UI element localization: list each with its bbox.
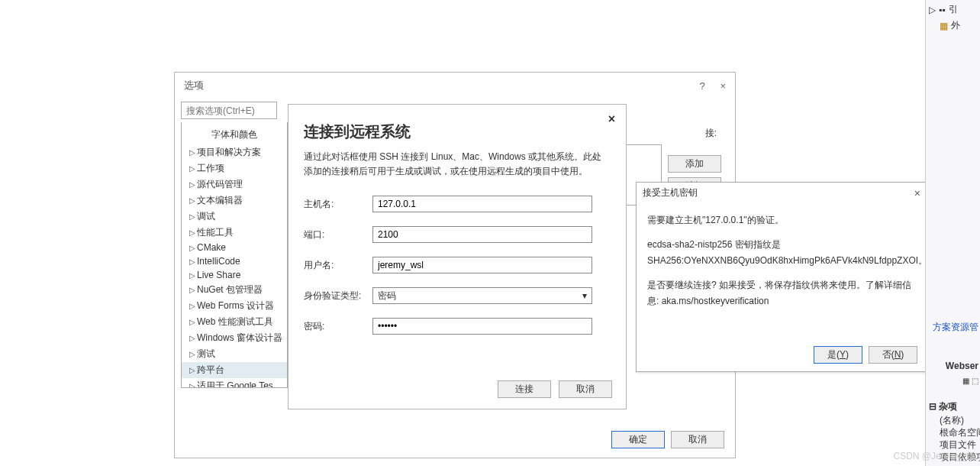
sidebar-item-label: Windows 窗体设计器 (197, 332, 282, 345)
yes-button[interactable]: 是(Y) (814, 346, 862, 364)
port-input[interactable] (372, 226, 592, 243)
sidebar-item-label: 调试 (197, 210, 215, 223)
name-row[interactable]: (名称) (940, 414, 964, 427)
hostkey-close-icon[interactable]: × (914, 187, 920, 199)
password-label: 密码: (304, 320, 372, 333)
host-label: 主机名: (304, 198, 372, 211)
sidebar-item-label: 测试 (197, 348, 215, 361)
sidebar-header: 字体和颜色 (182, 125, 287, 144)
chevron-right-icon: ▷ (189, 382, 197, 388)
connect-description: 通过此对话框使用 SSH 连接到 Linux、Mac、Windows 或其他系统… (304, 150, 611, 179)
sidebar-item[interactable]: ▷适用于 Google Tes (182, 378, 287, 388)
chevron-right-icon: ▷ (189, 318, 197, 326)
chevron-right-icon: ▷ (189, 180, 197, 189)
sidebar-item-label: 性能工具 (197, 226, 234, 239)
sidebar-item[interactable]: ▷性能工具 (182, 225, 287, 241)
help-icon[interactable]: ? (700, 80, 705, 92)
chevron-right-icon: ▷ (189, 196, 197, 205)
sidebar-item[interactable]: ▷Web Forms 设计器 (182, 298, 287, 314)
right-panel: ▷▪▪引 ▦外 方案资源管 Webser ▦⬚ ⊟ 杂项 (名称) 根命名空间 … (925, 0, 980, 466)
auth-value: 密码 (378, 290, 396, 303)
solution-explorer-link[interactable]: 方案资源管 (933, 321, 978, 334)
host-input[interactable] (372, 196, 592, 212)
sidebar-item[interactable]: ▷Web 性能测试工具 (182, 314, 287, 330)
hostkey-line2: ecdsa-sha2-nistp256 密钥指纹是 SHA256:OYeNXXN… (647, 237, 916, 268)
sidebar-item[interactable]: ▷CMake (182, 241, 287, 254)
hostkey-title-text: 接受主机密钥 (643, 186, 698, 199)
sidebar-item-label: 跨平台 (197, 364, 224, 377)
sidebar-item-label: Live Share (197, 270, 240, 280)
chevron-down-icon: ▾ (582, 290, 587, 301)
sidebar-item[interactable]: ▷测试 (182, 346, 287, 362)
ok-button[interactable]: 确定 (611, 431, 665, 448)
no-button[interactable]: 否(N) (869, 346, 917, 364)
chevron-right-icon: ▷ (189, 366, 197, 374)
close-icon[interactable]: × (720, 80, 726, 92)
sidebar-item-label: 文本编辑器 (197, 194, 243, 207)
chevron-right-icon: ▷ (189, 257, 197, 266)
user-input[interactable] (372, 257, 592, 273)
sidebar-item[interactable]: ▷工作项 (182, 160, 287, 176)
connect-cancel-button[interactable]: 取消 (559, 380, 612, 398)
hostkey-line3: 是否要继续连接? 如果接受，将保存指纹供将来使用。了解详细信息: aka.ms/… (647, 277, 916, 309)
sidebar-item-label: NuGet 包管理器 (197, 283, 263, 296)
options-titlebar: 选项 ? × (175, 73, 735, 99)
port-label: 端口: (304, 228, 372, 241)
sidebar-item-label: 适用于 Google Tes (197, 380, 273, 388)
sidebar-item-label: 项目和解决方案 (197, 146, 261, 159)
sidebar-item[interactable]: ▷项目和解决方案 (182, 144, 287, 160)
tree-item[interactable]: ▦外 (929, 18, 977, 34)
sidebar-item-label: Web Forms 设计器 (197, 299, 274, 312)
hostkey-dialog: 接受主机密钥 × 需要建立主机"127.0.0.1"的验证。 ecdsa-sha… (636, 182, 927, 372)
connect-button[interactable]: 连接 (498, 380, 551, 398)
chevron-right-icon: ▷ (189, 350, 197, 358)
sidebar-item[interactable]: ▷源代码管理 (182, 176, 287, 193)
password-input[interactable] (372, 318, 592, 335)
auth-label: 身份验证类型: (304, 290, 372, 303)
chevron-right-icon: ▷ (189, 164, 197, 173)
chevron-right-icon: ▷ (189, 334, 197, 342)
connect-title: 连接到远程系统 (304, 121, 611, 142)
chevron-right-icon: ▷ (189, 212, 197, 221)
misc-section: ⊟ 杂项 (929, 400, 957, 413)
chevron-right-icon: ▷ (189, 244, 197, 252)
options-title-text: 选项 (184, 79, 204, 92)
properties-header[interactable]: ▦⬚ (962, 377, 978, 385)
watermark: CSDN @Jeremy_版 (893, 450, 975, 463)
connections-label: 接: (705, 127, 717, 140)
chevron-right-icon: ▷ (189, 271, 197, 280)
sidebar-item[interactable]: ▷文本编辑器 (182, 193, 287, 209)
cancel-button[interactable]: 取消 (671, 431, 724, 448)
search-input[interactable] (181, 102, 277, 119)
user-label: 用户名: (304, 259, 372, 272)
sidebar-item-label: 工作项 (197, 162, 224, 175)
options-sidebar: 字体和颜色 ▷项目和解决方案▷工作项▷源代码管理▷文本编辑器▷调试▷性能工具▷C… (181, 122, 288, 388)
connect-close-icon[interactable]: × (608, 112, 615, 126)
sidebar-item-label: 源代码管理 (197, 178, 243, 191)
auth-select[interactable]: 密码 ▾ (372, 287, 592, 304)
sidebar-item[interactable]: ▷调试 (182, 209, 287, 225)
root-namespace-row[interactable]: 根命名空间 (940, 426, 980, 439)
sidebar-item[interactable]: ▷Windows 窗体设计器 (182, 330, 287, 346)
hostkey-line1: 需要建立主机"127.0.0.1"的验证。 (647, 212, 916, 228)
connect-dialog: × 连接到远程系统 通过此对话框使用 SSH 连接到 Linux、Mac、Win… (288, 104, 627, 409)
chevron-right-icon: ▷ (189, 286, 197, 294)
sidebar-item[interactable]: ▷Live Share (182, 268, 287, 282)
add-button[interactable]: 添加 (668, 155, 721, 173)
chevron-right-icon: ▷ (189, 148, 197, 157)
sidebar-item-label: CMake (197, 242, 226, 253)
chevron-right-icon: ▷ (189, 228, 197, 237)
sidebar-item[interactable]: ▷IntelliCode (182, 254, 287, 268)
sidebar-item[interactable]: ▷跨平台 (182, 362, 287, 378)
tree-item[interactable]: ▷▪▪引 (929, 2, 977, 18)
sidebar-item[interactable]: ▷NuGet 包管理器 (182, 282, 287, 298)
sidebar-item-label: IntelliCode (197, 256, 240, 267)
chevron-right-icon: ▷ (189, 302, 197, 310)
sidebar-item-label: Web 性能测试工具 (197, 316, 273, 328)
webserver-label: Webser (946, 361, 978, 371)
